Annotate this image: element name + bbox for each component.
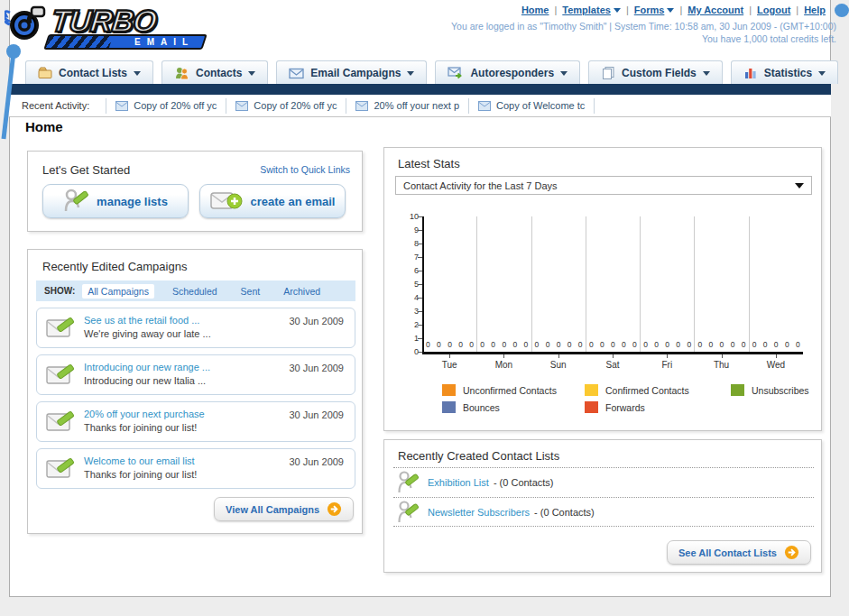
tab-statistics[interactable]: Statistics xyxy=(731,60,838,84)
create-email-button[interactable]: create an email xyxy=(199,184,346,218)
y-axis-tick-label: 8 xyxy=(397,239,419,248)
x-axis-tick-label: Fri xyxy=(640,360,694,370)
campaign-row[interactable]: Introducing our new range ...Introducing… xyxy=(36,354,355,395)
header-link-separator: | xyxy=(679,5,682,15)
x-axis-tick xyxy=(558,354,559,358)
y-axis-tick-label: 1 xyxy=(397,334,419,343)
data-value-label: 0 xyxy=(557,340,561,349)
contact-list-count: - (0 Contacts) xyxy=(534,507,595,518)
data-value-label: 0 xyxy=(458,340,463,349)
recent-activity-item-label: 20% off your next p xyxy=(374,100,459,111)
data-value-label: 0 xyxy=(491,340,495,349)
view-all-campaigns-button[interactable]: View All Campaigns xyxy=(214,497,354,521)
filter-all-campaigns[interactable]: All Campaigns xyxy=(82,284,154,299)
filter-sent[interactable]: Sent xyxy=(235,284,266,299)
stats-period-select[interactable]: Contact Activity for the Last 7 Days xyxy=(395,176,812,195)
pages-icon xyxy=(601,66,615,80)
arrow-circle-icon xyxy=(327,501,342,517)
campaign-title-link[interactable]: 20% off your next purchase xyxy=(84,409,205,419)
chevron-down-icon xyxy=(560,71,568,76)
tab-label: Autoresponders xyxy=(470,67,554,79)
data-value-label: 0 xyxy=(796,340,800,349)
data-value-label: 0 xyxy=(589,340,594,349)
mail-small-icon xyxy=(115,101,128,111)
tab-contact-lists[interactable]: Contact Lists xyxy=(25,60,153,84)
contact-list-row[interactable]: Newsletter Subscribers - (0 Contacts) xyxy=(393,497,814,527)
filter-scheduled[interactable]: Scheduled xyxy=(167,284,223,299)
turbo-swirl-icon xyxy=(5,5,50,47)
contact-lists-panel: Recently Created Contact Lists Exhibitio… xyxy=(383,439,822,573)
recent-activity-item[interactable]: 20% off your next p xyxy=(346,98,469,114)
tab-autoresponders[interactable]: Autoresponders xyxy=(435,60,580,84)
tab-custom-fields[interactable]: Custom Fields xyxy=(588,60,723,84)
recent-activity-items: Copy of 20% off ycCopy of 20% off yc20% … xyxy=(106,95,595,116)
contact-list-row[interactable]: Exhibition List - (0 Contacts) xyxy=(393,467,814,497)
campaign-date: 30 Jun 2009 xyxy=(289,456,344,467)
y-axis-tick-label: 9 xyxy=(397,225,419,234)
recent-activity-item[interactable]: Copy of 20% off yc xyxy=(226,98,346,114)
recent-activity-item[interactable]: Copy of Welcome tc xyxy=(469,98,595,114)
y-axis-tick-label: 2 xyxy=(397,320,419,329)
data-value-label: 0 xyxy=(535,340,540,349)
campaign-filter-strip: SHOW: All CampaignsScheduledSentArchived xyxy=(36,280,355,301)
campaign-row[interactable]: See us at the retail food ...We're givin… xyxy=(36,308,355,348)
x-axis-tick-label: Wed xyxy=(749,360,803,370)
chevron-down-icon xyxy=(248,71,255,76)
legend-item: Unconfirmed Contacts xyxy=(442,384,585,396)
create-email-label: create an email xyxy=(251,195,336,208)
person-edit-icon xyxy=(397,500,419,525)
turbo-email-dashboard: TURBO EMAIL Home|Templates|Forms|My Acco… xyxy=(0,0,849,616)
manage-lists-icon xyxy=(63,188,88,214)
contact-list-link[interactable]: Newsletter Subscribers xyxy=(428,507,530,518)
header-link-home[interactable]: Home xyxy=(521,5,549,15)
switch-quick-links[interactable]: Switch to Quick Links xyxy=(260,164,350,175)
tab-email-campaigns[interactable]: Email Campaigns xyxy=(276,60,427,84)
view-all-campaigns-label: View All Campaigns xyxy=(226,504,319,515)
credits-line: You have 1,000 total credits left. xyxy=(451,32,836,45)
envelope-go-icon xyxy=(448,66,464,79)
recent-activity-item[interactable]: Copy of 20% off yc xyxy=(106,98,226,114)
y-axis-tick-label: 7 xyxy=(397,253,419,262)
latest-stats-panel: Latest Stats Contact Activity for the La… xyxy=(383,147,822,431)
header-link-my-account[interactable]: My Account xyxy=(688,5,743,15)
tab-contacts[interactable]: Contacts xyxy=(161,60,268,84)
tab-label: Custom Fields xyxy=(622,67,697,79)
header-link-forms[interactable]: Forms xyxy=(634,5,675,15)
campaign-subtitle: Thanks for joining our list! xyxy=(84,469,197,480)
header-link-help[interactable]: Help xyxy=(804,5,826,15)
legend-item: Unsubscribes xyxy=(731,384,849,396)
contact-lists: Exhibition List - (0 Contacts)Newsletter… xyxy=(393,467,814,527)
campaign-title-link[interactable]: Introducing our new range ... xyxy=(84,362,210,372)
campaign-row[interactable]: 20% off your next purchaseThanks for joi… xyxy=(36,401,355,442)
campaign-title-link[interactable]: See us at the retail food ... xyxy=(84,315,199,326)
data-value-label: 0 xyxy=(578,340,583,349)
data-value-label: 0 xyxy=(524,340,529,349)
tab-label: Statistics xyxy=(764,67,812,79)
data-value-label: 0 xyxy=(654,340,659,349)
x-axis-tick-label: Sun xyxy=(531,360,586,370)
barchart-icon xyxy=(743,66,758,79)
data-value-label: 0 xyxy=(643,340,648,349)
data-value-label: 0 xyxy=(731,340,735,349)
y-axis-tick-label: 6 xyxy=(397,266,419,275)
see-all-contact-lists-button[interactable]: See All Contact Lists xyxy=(667,540,811,565)
data-value-label: 0 xyxy=(676,340,680,349)
chevron-down-icon xyxy=(134,71,141,76)
header-link-logout[interactable]: Logout xyxy=(757,5,790,15)
x-axis-tick xyxy=(503,354,504,358)
legend-label: Forwards xyxy=(605,402,645,413)
decorative-line xyxy=(0,41,23,143)
contact-list-link[interactable]: Exhibition List xyxy=(428,477,489,488)
gridline xyxy=(749,216,750,352)
data-value-label: 0 xyxy=(709,340,714,349)
tab-label: Email Campaigns xyxy=(310,67,401,79)
campaign-row[interactable]: Welcome to our email listThanks for join… xyxy=(36,448,355,489)
manage-lists-button[interactable]: manage lists xyxy=(42,184,189,218)
header-link-separator: | xyxy=(554,5,557,15)
header-link-templates[interactable]: Templates xyxy=(562,5,621,15)
campaign-edit-icon xyxy=(46,317,75,341)
get-started-title: Let's Get Started xyxy=(42,163,130,177)
campaign-title-link[interactable]: Welcome to our email list xyxy=(84,455,195,466)
campaign-edit-icon xyxy=(46,457,75,482)
filter-archived[interactable]: Archived xyxy=(278,284,326,299)
